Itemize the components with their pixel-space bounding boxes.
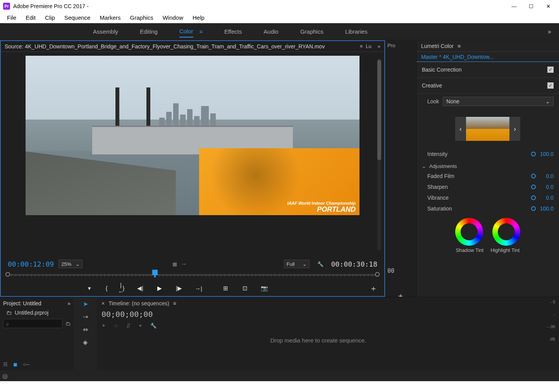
source-tab-title[interactable]: Source: 4K_UHD_Downtown_Portland_Bridge_… — [5, 43, 357, 50]
go-to-out-icon[interactable]: →| — [195, 285, 202, 292]
look-next-button[interactable]: › — [509, 117, 520, 141]
mark-in-icon[interactable]: { — [103, 285, 110, 292]
chevron-down-icon: ⌄ — [545, 98, 550, 104]
lumetri-master-clip[interactable]: Master * 4K_UHD_Downtow... — [416, 52, 559, 62]
step-forward-icon[interactable]: |▶ — [175, 285, 182, 292]
play-button[interactable]: ▶ — [156, 285, 163, 292]
timeline-timecode[interactable]: 00;00;00;00 — [101, 310, 535, 319]
add-marker-icon[interactable]: ▾ — [86, 285, 93, 292]
marker-icon[interactable]: ▾ — [139, 323, 142, 329]
panel-menu-icon[interactable]: ≡ — [458, 43, 461, 49]
workspace-editing[interactable]: Editing — [140, 26, 158, 37]
video-monitor[interactable]: IAAF World Indoor Championship PORTLAND — [1, 52, 384, 258]
menu-graphics[interactable]: Graphics — [126, 13, 157, 22]
panel-menu-icon[interactable]: ≡ — [360, 43, 363, 49]
workspace-libraries[interactable]: Libraries — [345, 26, 368, 37]
close-tab-icon[interactable]: × — [101, 300, 105, 306]
new-bin-icon[interactable]: 🗀 — [65, 321, 71, 327]
panel-menu-icon[interactable]: ≡ — [173, 300, 176, 306]
current-timecode[interactable]: 00:00:12:09 — [8, 260, 54, 268]
menu-markers[interactable]: Markers — [96, 13, 124, 22]
timeline-drop-hint: Drop media here to create sequence. — [101, 337, 535, 344]
workspace-menu-icon[interactable]: ≡ — [200, 29, 203, 35]
project-filename[interactable]: Untitled.prproj — [15, 310, 48, 316]
settings-wrench-icon[interactable]: 🔧 — [317, 261, 323, 267]
slider-knob-icon[interactable] — [531, 195, 536, 200]
adjustments-header[interactable]: ⌄ Adjustments — [416, 159, 559, 171]
close-button[interactable]: ✕ — [545, 3, 551, 9]
hidden-tab-lumetri[interactable]: Lu — [366, 43, 371, 49]
step-back-icon[interactable]: ◀| — [137, 285, 144, 292]
menu-help[interactable]: Help — [189, 13, 208, 22]
creative-checkbox[interactable]: ✓ — [547, 82, 554, 89]
export-frame-icon[interactable]: 📷 — [261, 285, 268, 292]
linked-selection-icon[interactable]: ⇵ — [126, 323, 131, 329]
creative-cloud-icon[interactable]: ◎ — [2, 372, 8, 380]
timeline-title[interactable]: Timeline: (no sequences) — [108, 300, 169, 306]
filmstrip-icon[interactable]: ▦ — [172, 261, 177, 267]
project-title[interactable]: Project: Untitled — [3, 300, 41, 306]
scrubber[interactable] — [1, 270, 384, 281]
look-select[interactable]: None⌄ — [443, 97, 554, 106]
lumetri-title[interactable]: Lumetri Color — [421, 43, 454, 49]
section-creative[interactable]: Creative ✓ — [416, 78, 559, 94]
list-view-icon[interactable]: ☵ — [3, 361, 8, 367]
section-basic-correction[interactable]: Basic Correction ✓ — [416, 62, 559, 78]
in-handle[interactable] — [5, 272, 10, 277]
menu-clip[interactable]: Clip — [41, 13, 59, 22]
monitor-scrollbar[interactable] — [377, 60, 381, 250]
overwrite-icon[interactable]: ⊡ — [241, 285, 248, 292]
menu-file[interactable]: File — [3, 13, 20, 22]
resolution-select[interactable]: Full⌄ — [284, 260, 310, 268]
vibrance-value[interactable]: 0.0 — [538, 195, 554, 201]
menu-sequence[interactable]: Sequence — [60, 13, 95, 22]
tab-overflow-icon[interactable]: » — [378, 43, 380, 49]
workspace-assembly[interactable]: Assembly — [93, 26, 118, 37]
slider-knob-icon[interactable] — [531, 174, 536, 178]
look-prev-button[interactable]: ‹ — [455, 117, 466, 141]
icon-view-icon[interactable]: ◼ — [13, 361, 17, 367]
razor-tool-icon[interactable]: ◈ — [83, 339, 88, 346]
playhead[interactable] — [152, 270, 158, 275]
slider-knob-icon[interactable] — [531, 206, 536, 211]
ripple-edit-tool-icon[interactable]: ⇔ — [83, 326, 88, 333]
menu-window[interactable]: Window — [159, 13, 187, 22]
highlight-tint-wheel[interactable] — [492, 218, 520, 246]
intensity-value[interactable]: 100.0 — [538, 151, 554, 157]
bin-icon: 🗀 — [6, 310, 12, 316]
minimize-button[interactable]: — — [511, 3, 517, 9]
workspace-graphics[interactable]: Graphics — [300, 26, 323, 37]
track-select-tool-icon[interactable]: ⇢ — [83, 313, 88, 320]
shadow-tint-wheel[interactable] — [455, 218, 483, 246]
out-handle[interactable] — [375, 272, 380, 277]
saturation-value[interactable]: 100.0 — [538, 205, 554, 212]
project-search-input[interactable]: ⌕ — [3, 319, 62, 328]
selection-tool-icon[interactable]: ➤ — [83, 300, 88, 308]
workspace-color[interactable]: Color — [179, 26, 193, 38]
slider-knob-icon[interactable] — [531, 185, 536, 189]
basic-correction-checkbox[interactable]: ✓ — [547, 67, 554, 73]
magnet-icon[interactable]: ∩ — [114, 323, 118, 329]
look-preview-thumbnail — [466, 117, 509, 141]
panel-overflow-icon[interactable]: » — [67, 300, 71, 306]
snap-icon[interactable]: ✦ — [101, 323, 106, 329]
billboard-text-1: IAAF World Indoor Championship — [287, 201, 356, 205]
hidden-tab-program[interactable]: Pro — [387, 43, 395, 48]
workspace-audio[interactable]: Audio — [264, 26, 279, 37]
zoom-select[interactable]: 25%⌄ — [58, 260, 83, 268]
fast-forward-icon[interactable]: ⤏ — [182, 261, 186, 267]
freeform-view-icon[interactable]: ○─ — [23, 361, 29, 367]
lumetri-panel: Lumetri Color ≡ Master * 4K_UHD_Downtow.… — [416, 40, 559, 297]
mark-out-icon[interactable]: } — [120, 285, 127, 292]
button-editor-icon[interactable]: ＋ — [370, 283, 377, 294]
workspace-effects[interactable]: Effects — [224, 26, 242, 37]
slider-knob-icon[interactable] — [531, 152, 536, 156]
maximize-button[interactable]: ☐ — [528, 3, 534, 9]
sharpen-value[interactable]: 0.0 — [538, 184, 554, 190]
insert-icon[interactable]: ⊞ — [222, 285, 229, 292]
faded-film-value[interactable]: 0.0 — [538, 173, 554, 179]
total-timecode: 00:00:30:18 — [331, 260, 377, 268]
settings-wrench-icon[interactable]: 🔧 — [150, 323, 157, 329]
menu-edit[interactable]: Edit — [22, 13, 40, 22]
workspace-overflow-icon[interactable]: » — [548, 28, 551, 35]
